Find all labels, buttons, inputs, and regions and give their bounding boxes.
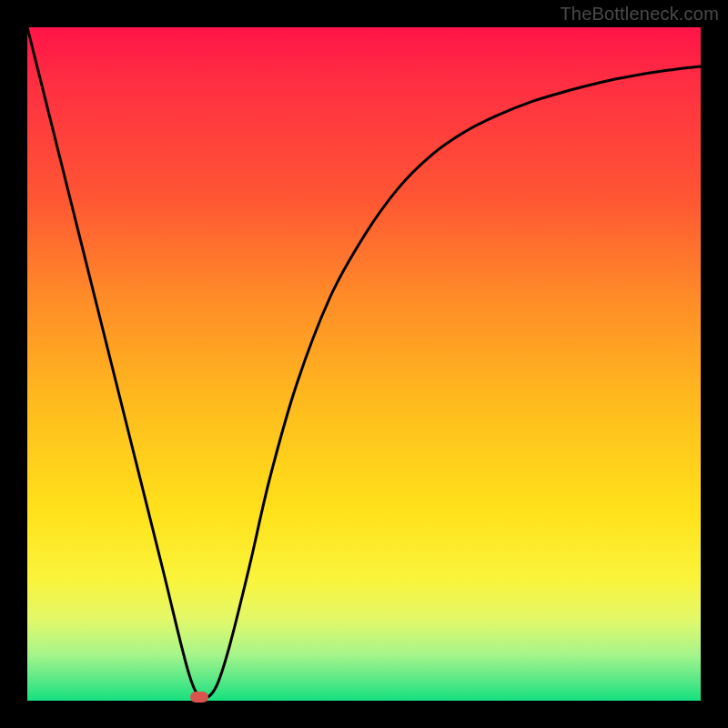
chart-frame: TheBottleneck.com — [0, 0, 728, 728]
plot-area — [27, 27, 701, 701]
curve-path — [27, 27, 701, 698]
bottleneck-curve — [27, 27, 701, 701]
optimum-marker — [190, 692, 208, 703]
watermark-label: TheBottleneck.com — [560, 4, 719, 25]
